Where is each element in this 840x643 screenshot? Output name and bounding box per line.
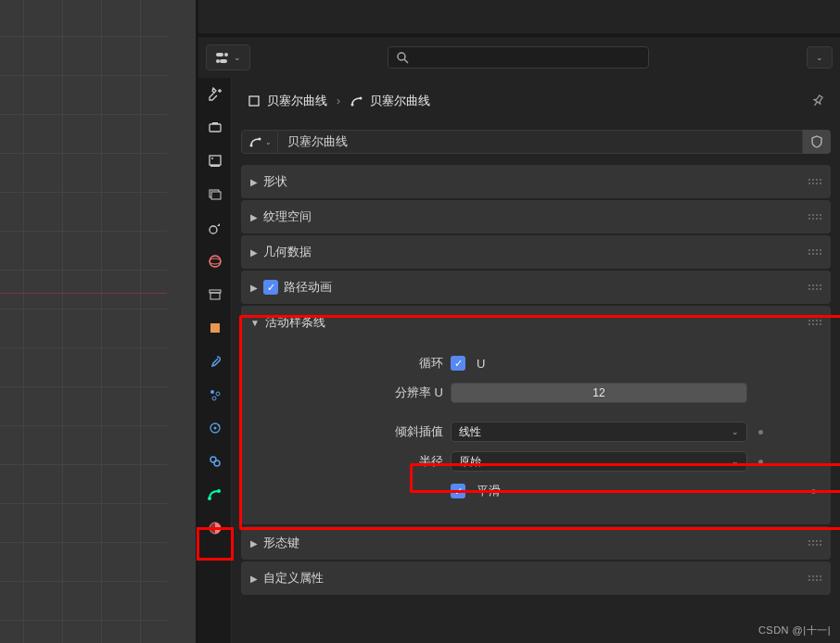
tab-material[interactable] — [206, 519, 224, 537]
datablock-name-field[interactable]: 贝塞尔曲线 — [278, 130, 803, 154]
anim-dot-icon[interactable] — [758, 460, 763, 464]
tab-physics[interactable] — [206, 419, 224, 437]
tab-collection[interactable] — [206, 285, 224, 304]
breadcrumb-data[interactable]: 贝塞尔曲线 — [350, 93, 430, 109]
chevron-right-icon: ▶ — [250, 538, 258, 548]
breadcrumb-object-label: 贝塞尔曲线 — [267, 93, 327, 109]
tab-scene[interactable] — [206, 219, 224, 237]
panel-geometry-header[interactable]: ▶ 几何数据 — [241, 235, 831, 269]
anim-dot-icon[interactable] — [811, 489, 816, 494]
svg-rect-17 — [210, 293, 220, 299]
fake-user-button[interactable] — [803, 130, 831, 154]
tab-particles[interactable] — [206, 385, 224, 404]
chevron-down-icon: ⌄ — [234, 53, 241, 62]
tab-output[interactable] — [206, 152, 224, 170]
tab-object[interactable] — [206, 319, 224, 337]
svg-rect-0 — [216, 53, 223, 57]
panel-shape: ▶ 形状 — [241, 165, 831, 198]
tab-data-curve[interactable] — [206, 485, 224, 504]
tab-modifier[interactable] — [206, 352, 224, 371]
svg-point-26 — [214, 460, 220, 466]
panel-shape-keys: ▶ 形态键 — [241, 526, 831, 560]
panel-shape-header[interactable]: ▶ 形状 — [241, 165, 831, 198]
panel-geometry-title: 几何数据 — [263, 244, 312, 260]
drag-handle-icon[interactable] — [808, 249, 821, 255]
panel-path-animation: ▶ ✓ 路径动画 — [241, 271, 831, 304]
object-icon — [247, 94, 261, 108]
panel-custom-properties-header[interactable]: ▶ 自定义属性 — [241, 561, 831, 595]
svg-point-4 — [398, 53, 405, 60]
chevron-right-icon: ▶ — [250, 177, 258, 187]
cyclic-label: 循环 — [252, 355, 451, 372]
datablock-browse[interactable]: ⌄ — [241, 130, 278, 154]
panel-active-spline: ▼ 活动样条线 循环 ✓ U 分辨率 U 12 — [241, 306, 831, 524]
viewport-3d — [0, 0, 196, 643]
anim-dot-icon[interactable] — [758, 430, 763, 435]
svg-point-28 — [217, 489, 221, 493]
viewport-grid[interactable] — [0, 0, 167, 643]
chevron-right-icon: ▶ — [250, 247, 258, 258]
cyclic-u-checkbox[interactable]: ✓ — [451, 356, 465, 371]
tab-tool[interactable] — [206, 85, 224, 104]
panel-path-animation-header[interactable]: ▶ ✓ 路径动画 — [241, 271, 831, 304]
breadcrumb: 贝塞尔曲线 › 贝塞尔曲线 — [241, 87, 831, 115]
drag-handle-icon[interactable] — [808, 214, 821, 220]
properties-topbar — [198, 0, 840, 37]
svg-rect-9 — [210, 165, 220, 167]
editor-type-selector[interactable]: ⌄ — [206, 44, 250, 70]
svg-point-3 — [216, 59, 220, 63]
pin-button[interactable] — [810, 94, 825, 108]
options-button[interactable]: ⌄ — [807, 46, 833, 69]
svg-rect-2 — [220, 59, 227, 63]
cyclic-u-label: U — [477, 357, 485, 371]
chevron-down-icon: ⌄ — [732, 427, 739, 436]
breadcrumb-data-label: 贝塞尔曲线 — [370, 93, 430, 109]
tilt-interp-select[interactable]: 线性 ⌄ — [451, 422, 747, 442]
properties-tabs — [198, 78, 232, 643]
svg-point-23 — [213, 427, 216, 430]
radius-interp-select[interactable]: 原始 ⌄ — [451, 451, 747, 472]
svg-point-19 — [210, 390, 214, 394]
drag-handle-icon[interactable] — [808, 575, 821, 581]
svg-point-15 — [210, 258, 221, 264]
resolution-u-field[interactable]: 12 — [451, 383, 747, 403]
svg-point-24 — [218, 424, 220, 426]
panel-path-animation-title: 路径动画 — [284, 279, 332, 296]
search-input[interactable] — [388, 46, 649, 69]
svg-rect-8 — [210, 156, 221, 165]
svg-rect-31 — [249, 96, 259, 106]
panel-active-spline-header[interactable]: ▼ 活动样条线 — [241, 306, 831, 339]
svg-point-13 — [210, 226, 217, 233]
chevron-right-icon: ▶ — [250, 212, 258, 222]
chevron-right-icon: ▶ — [250, 574, 258, 584]
drag-handle-icon[interactable] — [808, 540, 821, 546]
panel-custom-properties-title: 自定义属性 — [263, 570, 324, 586]
svg-rect-7 — [212, 122, 218, 124]
panel-texture-space: ▶ 纹理空间 — [241, 200, 831, 233]
svg-rect-12 — [211, 192, 221, 199]
curve-icon — [350, 94, 364, 108]
tab-render[interactable] — [206, 119, 224, 137]
tab-world[interactable] — [206, 252, 224, 271]
tab-viewlayer[interactable] — [206, 185, 224, 204]
breadcrumb-object[interactable]: 贝塞尔曲线 — [247, 93, 327, 109]
chevron-down-icon: ⌄ — [732, 457, 739, 466]
properties-content: 贝塞尔曲线 › 贝塞尔曲线 ⌄ 贝塞尔曲线 — [232, 78, 840, 643]
panel-shape-keys-header[interactable]: ▶ 形态键 — [241, 526, 831, 560]
panel-active-spline-body: 循环 ✓ U 分辨率 U 12 倾斜插值 — [241, 339, 831, 521]
panel-shape-title: 形状 — [263, 173, 287, 190]
watermark: CSDN @|十一| — [758, 624, 831, 637]
pin-icon — [810, 94, 825, 108]
path-animation-checkbox[interactable]: ✓ — [263, 280, 278, 295]
drag-handle-icon[interactable] — [808, 320, 821, 325]
radius-interp-label: 半径 — [252, 453, 451, 470]
smooth-checkbox[interactable]: ✓ — [451, 484, 465, 498]
svg-point-1 — [224, 53, 228, 57]
svg-point-14 — [210, 256, 221, 267]
tab-constraint[interactable] — [206, 452, 224, 471]
tilt-interp-label: 倾斜插值 — [252, 423, 451, 440]
panel-texture-space-header[interactable]: ▶ 纹理空间 — [241, 200, 831, 233]
drag-handle-icon[interactable] — [808, 284, 821, 290]
panel-shape-keys-title: 形态键 — [263, 535, 299, 551]
drag-handle-icon[interactable] — [808, 179, 821, 184]
